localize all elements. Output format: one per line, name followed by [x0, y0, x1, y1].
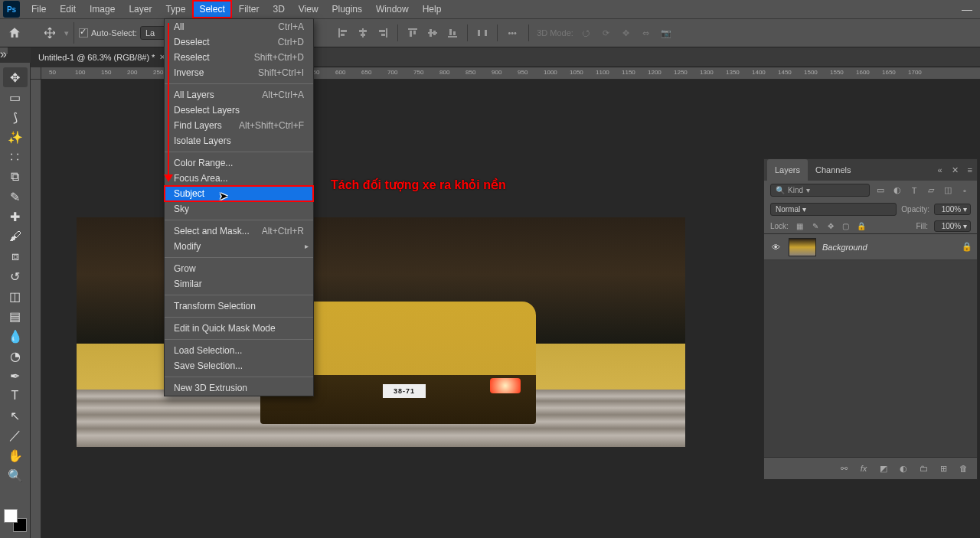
menuitem-grow[interactable]: Grow [165, 261, 313, 276]
ruler-origin[interactable] [31, 67, 41, 80]
filter-kind-select[interactable]: 🔍 Kind ▾ [770, 184, 870, 197]
tab-channels[interactable]: Channels [808, 159, 858, 181]
menuitem-load-selection[interactable]: Load Selection... [165, 343, 313, 358]
fx-icon[interactable]: fx [858, 464, 870, 473]
menuitem-subject[interactable]: Subject [165, 186, 313, 201]
menuitem-all[interactable]: AllCtrl+A [165, 19, 313, 34]
tool-stamp[interactable]: ⧈ [3, 246, 28, 266]
lock-all-icon[interactable]: 🔒 [856, 221, 867, 232]
tool-healing[interactable]: ✚ [3, 207, 28, 227]
lock-icon[interactable]: 🔒 [962, 242, 972, 252]
menu-type[interactable]: Type [158, 0, 192, 18]
tool-type[interactable]: T [3, 386, 28, 406]
foreground-color-swatch[interactable] [4, 509, 18, 523]
fill-input[interactable]: 100% ▾ [934, 220, 971, 232]
orbit-3d-icon[interactable]: ⭯ [578, 24, 595, 41]
opacity-input[interactable]: 100% ▾ [934, 204, 971, 215]
menuitem-inverse[interactable]: InverseShift+Ctrl+I [165, 65, 313, 80]
slide-3d-icon[interactable]: ⇔ [638, 24, 655, 41]
filter-toggle-icon[interactable]: ◦ [959, 184, 971, 197]
menu-file[interactable]: File [24, 0, 53, 18]
ruler-vertical[interactable] [31, 80, 41, 538]
lock-artboard-icon[interactable]: ▢ [841, 221, 851, 232]
layer-name[interactable]: Background [822, 243, 867, 252]
minimize-icon[interactable]: — [954, 3, 980, 15]
menuitem-edit-in-quick-mask-mode[interactable]: Edit in Quick Mask Mode [165, 321, 313, 336]
menuitem-isolate-layers[interactable]: Isolate Layers [165, 133, 313, 148]
menu-plugins[interactable]: Plugins [325, 0, 369, 18]
more-icon[interactable]: ••• [504, 24, 521, 41]
tool-eraser[interactable]: ◫ [3, 286, 28, 306]
menuitem-transform-selection[interactable]: Transform Selection [165, 298, 313, 314]
link-icon[interactable]: ⚯ [838, 464, 850, 474]
align-top-icon[interactable] [404, 24, 421, 41]
align-right-icon[interactable] [374, 24, 391, 41]
tool-zoom[interactable]: 🔍 [3, 465, 28, 485]
menu-select[interactable]: Select [192, 0, 231, 18]
tool-dodge[interactable]: ◔ [3, 346, 28, 366]
tool-brush[interactable]: 🖌 [3, 227, 28, 246]
menuitem-focus-area[interactable]: Focus Area... [165, 171, 313, 186]
align-bottom-icon[interactable] [444, 24, 461, 41]
menu-view[interactable]: View [292, 0, 325, 18]
menu-edit[interactable]: Edit [53, 0, 83, 18]
layer-row[interactable]: 👁 Background 🔒 [764, 234, 977, 260]
document-tab-1[interactable]: Untitled-1 @ 68.3% (RGB/8#) * ✕ [31, 47, 174, 67]
menuitem-modify[interactable]: Modify [165, 239, 313, 254]
tool-pen[interactable]: ✒ [3, 366, 28, 386]
align-center-v-icon[interactable] [424, 24, 441, 41]
filter-pixel-icon[interactable]: ▭ [874, 184, 887, 197]
align-center-h-icon[interactable] [354, 24, 371, 41]
roll-3d-icon[interactable]: ⟳ [598, 24, 615, 41]
menuitem-all-layers[interactable]: All LayersAlt+Ctrl+A [165, 87, 313, 103]
tool-path-select[interactable]: ↖ [3, 406, 28, 426]
lock-pixels-icon[interactable]: ✎ [810, 221, 821, 232]
layer-thumbnail[interactable] [789, 238, 816, 256]
menu-3d[interactable]: 3D [266, 0, 291, 18]
tool-marquee[interactable]: ▭ [3, 87, 28, 107]
tab-layers[interactable]: Layers [767, 159, 808, 181]
align-left-icon[interactable] [335, 24, 351, 41]
menu-layer[interactable]: Layer [122, 0, 158, 18]
filter-shape-icon[interactable]: ▱ [925, 184, 937, 197]
mask-icon[interactable]: ◩ [877, 464, 890, 474]
lock-position-icon[interactable]: ✥ [825, 221, 836, 232]
tool-history-brush[interactable]: ↺ [3, 266, 28, 286]
tool-blur[interactable]: 💧 [3, 326, 28, 346]
home-icon[interactable] [5, 23, 24, 43]
pan-3d-icon[interactable]: ✥ [618, 24, 635, 41]
dock-strip[interactable]: » [0, 47, 8, 55]
color-swatches[interactable] [4, 509, 27, 532]
menuitem-new-3d-extrusion[interactable]: New 3D Extrusion [165, 380, 313, 396]
trash-icon[interactable]: 🗑 [957, 464, 969, 473]
tool-line[interactable]: ／ [3, 426, 28, 445]
menuitem-save-selection[interactable]: Save Selection... [165, 358, 313, 373]
menuitem-find-layers[interactable]: Find LayersAlt+Shift+Ctrl+F [165, 118, 313, 133]
menuitem-similar[interactable]: Similar [165, 276, 313, 292]
menu-image[interactable]: Image [83, 0, 122, 18]
tool-frame[interactable]: ⧉ [3, 167, 28, 187]
tool-gradient[interactable]: ▤ [3, 306, 28, 326]
tool-wand[interactable]: ✨ [3, 127, 28, 147]
adjustment-icon[interactable]: ◐ [897, 464, 910, 474]
menuitem-select-and-mask[interactable]: Select and Mask...Alt+Ctrl+R [165, 223, 313, 239]
tool-crop[interactable]: ⸬ [3, 147, 28, 167]
menu-window[interactable]: Window [369, 0, 416, 18]
filter-adjustment-icon[interactable]: ◐ [891, 184, 903, 197]
menuitem-deselect[interactable]: DeselectCtrl+D [165, 34, 313, 50]
menuitem-color-range[interactable]: Color Range... [165, 155, 313, 171]
visibility-icon[interactable]: 👁 [769, 243, 782, 252]
tool-move[interactable]: ✥ [3, 67, 28, 87]
blend-mode-select[interactable]: Normal ▾ [770, 203, 897, 216]
close-icon[interactable]: ✕ [947, 165, 963, 175]
filter-smartobject-icon[interactable]: ◫ [942, 184, 954, 197]
menuitem-sky[interactable]: Sky [165, 201, 313, 217]
camera-3d-icon[interactable]: 📷 [658, 24, 675, 41]
menu-filter[interactable]: Filter [232, 0, 266, 18]
lock-transparent-icon[interactable]: ▦ [795, 221, 805, 232]
distribute-icon[interactable] [474, 24, 491, 41]
tool-eyedropper[interactable]: ✎ [3, 187, 28, 207]
panel-menu-icon[interactable]: ≡ [963, 165, 977, 174]
auto-select-checkbox[interactable] [79, 28, 88, 37]
tool-hand[interactable]: ✋ [3, 445, 28, 465]
